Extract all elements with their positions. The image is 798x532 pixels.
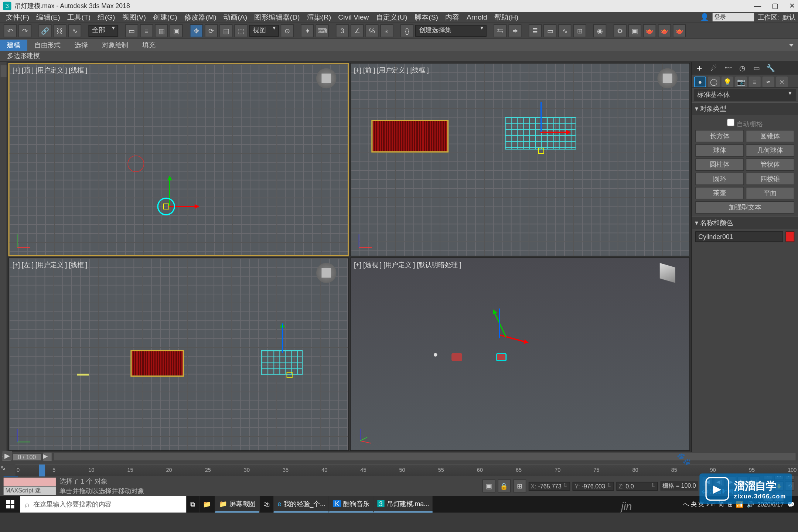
menu-tools[interactable]: 工具(T) [64,12,94,22]
prim-torus-button[interactable]: 圆环 [695,173,744,185]
schematic-button[interactable]: ⊞ [573,24,586,37]
taskbar-item-kugou[interactable]: K酷狗音乐 [329,496,373,513]
taskbar-item-screenshots[interactable]: 📁屏幕截图 [215,496,259,513]
viewport-perspective[interactable]: [+] [透视 ] [用户定义 ] [默认明暗处理 ] [350,258,690,451]
autogrid-checkbox[interactable] [727,119,735,126]
selection-filter-dropdown[interactable]: 全部 [88,25,118,37]
window-crossing-button[interactable]: ▣ [170,24,183,37]
named-selection-dropdown[interactable]: 创建选择集 [415,25,487,37]
coord-y-field[interactable]: Y:-976.003⇅ [572,481,614,490]
bind-button[interactable]: ∿ [68,24,81,37]
render-button[interactable]: 🫖 [643,24,656,37]
link-button[interactable]: 🔗 [38,24,51,37]
prim-cone-button[interactable]: 圆锥体 [746,130,795,143]
spinner-snap-button[interactable]: ⟐ [380,24,393,37]
prim-sphere-button[interactable]: 球体 [695,144,744,157]
viewport-left-label[interactable]: [+] [左 ] [用户定义 ] [线框 ] [13,260,88,269]
select-object-button[interactable]: ▭ [125,24,138,37]
toggle-ribbon-button[interactable]: ▭ [543,24,556,37]
rotate-button[interactable]: ⟳ [205,24,218,37]
render-prod-button[interactable]: 🫖 [658,24,671,37]
select-region-button[interactable]: ▦ [155,24,168,37]
prim-geosphere-button[interactable]: 几何球体 [746,144,795,157]
prim-box-button[interactable]: 长方体 [695,130,744,143]
rollout-objecttype[interactable]: 对象类型 [692,102,798,115]
menu-create[interactable]: 创建(C) [150,12,181,22]
gizmo-z-axis[interactable] [499,308,500,338]
ribbon-tab-selection[interactable]: 选择 [68,40,95,51]
menu-file[interactable]: 文件(F) [2,12,33,22]
cat-cameras-button[interactable]: 📷 [735,76,747,87]
unlink-button[interactable]: ⛓ [54,24,66,37]
gizmo-z-axis[interactable] [282,323,283,353]
viewport-front[interactable]: [+] [前 ] [用户定义 ] [线框 ] [350,63,690,256]
prim-plane-button[interactable]: 平面 [746,187,795,200]
prim-tube-button[interactable]: 管状体 [746,158,795,171]
taskbar-item-store[interactable]: 🛍 [259,496,274,513]
render-setup-button[interactable]: ⚙ [614,24,627,37]
viewcube-top[interactable] [316,68,336,89]
coord-x-field[interactable]: X:-765.773⇅ [528,481,570,490]
cmdtab-utilities[interactable]: 🔧 [765,63,776,74]
ribbon-tab-populate[interactable]: 填充 [135,40,163,51]
placement-button[interactable]: ⬚ [234,24,247,37]
menu-animation[interactable]: 动画(A) [220,12,251,22]
cmdtab-hierarchy[interactable]: ⬳ [723,63,733,74]
viewcube-persp[interactable] [657,263,678,283]
gizmo-center[interactable] [538,148,544,154]
cmdtab-create[interactable]: + [694,63,705,74]
prim-pyramid-button[interactable]: 四棱锥 [746,173,795,185]
status-pink-field[interactable] [4,477,56,485]
cat-shapes-button[interactable]: ◯ [708,76,720,87]
menu-modifiers[interactable]: 修改器(M) [181,12,220,22]
viewport-left[interactable]: [+] [左 ] [用户定义 ] [线框 ] [8,258,348,451]
menu-grapheditors[interactable]: 图形编辑器(D) [251,12,303,22]
refcoord-dropdown[interactable]: 视图 [249,25,279,37]
cmdtab-motion[interactable]: ◷ [737,63,748,74]
align-button[interactable]: ≑ [508,24,521,37]
prim-teapot-button[interactable]: 茶壶 [695,187,744,200]
cat-helpers-button[interactable]: ≡ [749,76,761,87]
editnamed-button[interactable]: {} [400,24,413,37]
workspace-dropdown[interactable]: 默认 [782,13,795,22]
isolate-icon[interactable]: ▣ [482,480,495,492]
taskbar-item-3dsmax[interactable]: 3吊灯建模.ma... [373,496,433,513]
menu-views[interactable]: 视图(V) [119,12,150,22]
ribbon-tab-modeling[interactable]: 建模 [0,40,27,51]
taskbar-explorer[interactable]: 📁 [199,496,215,513]
menu-help[interactable]: 帮助(H) [491,12,522,22]
move-button[interactable]: ✥ [190,24,203,37]
select-name-button[interactable]: ≡ [140,24,153,37]
menu-edit[interactable]: 编辑(E) [33,12,64,22]
rollout-namecolor[interactable]: 名称和颜色 [692,216,798,229]
maxscript-listener[interactable]: MAXScript 迷 [4,486,56,494]
curve-mini-icon[interactable]: ∿ [0,464,16,476]
taskview-button[interactable]: ⧉ [186,496,199,513]
viewport-play-icon[interactable]: ▶ [2,451,12,460]
ribbon-tab-objectpaint[interactable]: 对象绘制 [95,40,135,51]
snap-toggle-button[interactable]: 3 [336,24,349,37]
angle-snap-button[interactable]: ∠ [351,24,364,37]
viewport-persp-label[interactable]: [+] [透视 ] [用户定义 ] [默认明暗处理 ] [354,260,461,269]
viewport-top[interactable]: [+] [顶 ] [用户定义 ] [线框 ] [8,63,348,256]
render-iter-button[interactable]: 🫖 [673,24,686,37]
undo-button[interactable]: ↶ [4,24,17,37]
taskbar-item-edge[interactable]: e我的经验_个... [273,496,329,513]
menu-content[interactable]: 内容 [442,12,463,22]
manipulate-button[interactable]: ✦ [301,24,314,37]
menu-customize[interactable]: 自定义(U) [372,12,411,22]
cmdtab-modify[interactable]: ☄ [708,63,719,74]
viewport-top-label[interactable]: [+] [顶 ] [用户定义 ] [线框 ] [13,66,88,75]
menu-group[interactable]: 组(G) [94,12,119,22]
viewport-front-label[interactable]: [+] [前 ] [用户定义 ] [线框 ] [354,66,429,75]
maximize-button[interactable]: ▢ [772,2,778,10]
keyboard-shortcut-button[interactable]: ⌨ [316,24,328,37]
material-editor-button[interactable]: ◉ [593,24,606,37]
ribbon-tab-freeform[interactable]: 自由形式 [27,40,68,51]
taskbar-search[interactable]: ⌕ 在这里输入你要搜索的内容 [20,496,187,513]
ribbon-panel-polymodel[interactable]: 多边形建模 [2,52,44,61]
menu-rendering[interactable]: 渲染(R) [303,12,335,22]
object-color-swatch[interactable] [785,231,794,242]
timeslider-handle[interactable]: 0 / 100 [13,454,41,460]
layer-button[interactable]: ≣ [529,24,542,37]
